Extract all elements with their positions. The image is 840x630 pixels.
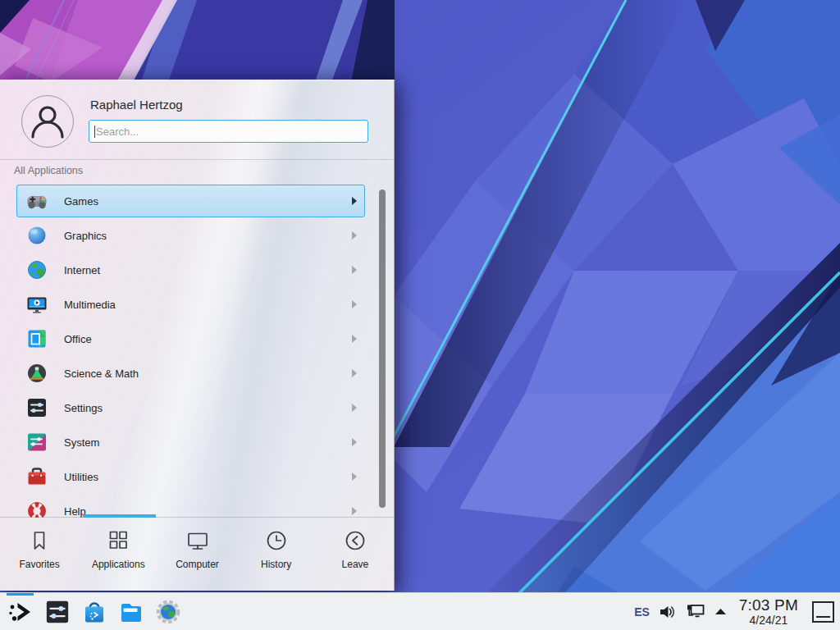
sliders-icon [25, 396, 48, 419]
user-icon [22, 96, 73, 147]
application-category-list: Games Graphics Internet [0, 184, 395, 518]
menu-item-utilities[interactable]: Utilities [0, 459, 395, 494]
submenu-arrow-icon [352, 300, 357, 308]
office-document-icon [25, 327, 48, 350]
software-center-button[interactable] [75, 593, 112, 630]
toolbox-icon [25, 465, 48, 488]
active-tab-indicator [83, 514, 156, 518]
menu-item-office[interactable]: Office [0, 322, 395, 356]
paint-sphere-icon [25, 224, 48, 247]
search-field [89, 120, 368, 143]
taskbar: ES [0, 592, 840, 630]
launcher-header: Raphael Hertzog [0, 80, 394, 159]
user-name: Raphael Hertzog [90, 98, 183, 112]
monitor-icon [185, 528, 210, 553]
submenu-arrow-icon [352, 472, 357, 481]
menu-item-internet[interactable]: Internet [0, 253, 395, 287]
shopping-bag-icon [81, 599, 107, 625]
digital-clock[interactable]: 7:03 PM 4/24/21 [739, 597, 798, 626]
menu-item-games[interactable]: Games [0, 184, 395, 218]
active-task-indicator [7, 593, 34, 596]
network-icon[interactable] [686, 604, 705, 620]
submenu-arrow-icon [352, 369, 357, 377]
keyboard-layout-indicator[interactable]: ES [634, 605, 650, 619]
volume-icon[interactable] [659, 604, 677, 620]
submenu-arrow-icon [352, 507, 357, 515]
expand-tray-arrow-icon[interactable] [714, 608, 727, 615]
tab-computer[interactable]: Computer [158, 518, 236, 591]
tab-history[interactable]: History [237, 518, 316, 591]
show-desktop-button[interactable] [812, 601, 834, 623]
file-manager-button[interactable] [112, 593, 149, 630]
clock-icon [264, 528, 289, 553]
globe-icon [25, 258, 48, 281]
media-screen-icon [25, 293, 48, 316]
clock-date: 4/24/21 [739, 614, 798, 626]
flask-icon [25, 362, 48, 385]
settings-sliders-icon [44, 599, 71, 625]
application-launcher-button[interactable] [2, 593, 39, 630]
system-sliders-icon [25, 431, 48, 454]
tab-leave[interactable]: Leave [316, 518, 395, 591]
menu-item-system[interactable]: System [0, 425, 395, 459]
clock-time: 7:03 PM [739, 597, 798, 613]
gamepad-icon [25, 189, 48, 212]
submenu-arrow-icon [352, 197, 357, 205]
submenu-arrow-icon [352, 266, 357, 274]
lifebuoy-icon [25, 500, 48, 518]
launcher-tab-bar: Favorites Applications Computer [0, 517, 395, 591]
kali-logo-icon [7, 598, 34, 626]
web-browser-button[interactable] [149, 593, 186, 630]
tab-favorites[interactable]: Favorites [0, 518, 79, 591]
submenu-arrow-icon [352, 404, 357, 412]
folder-icon [118, 599, 144, 625]
submenu-arrow-icon [352, 335, 357, 343]
text-caret [94, 126, 95, 138]
search-input[interactable] [89, 121, 368, 142]
menu-item-science-math[interactable]: Science & Math [0, 356, 395, 390]
tab-applications[interactable]: Applications [79, 518, 158, 591]
header-separator [0, 159, 394, 160]
user-avatar[interactable] [21, 95, 74, 148]
menu-item-help[interactable]: Help [0, 494, 395, 518]
desktop: Raphael Hertzog All Applications [0, 0, 840, 630]
globe-gear-icon [155, 599, 181, 625]
menu-item-graphics[interactable]: Graphics [0, 218, 395, 253]
submenu-arrow-icon [352, 231, 357, 240]
menu-item-multimedia[interactable]: Multimedia [0, 287, 395, 322]
system-tray: ES [634, 597, 840, 626]
grid-icon [106, 528, 130, 553]
bookmark-icon [27, 528, 52, 553]
application-launcher-menu: Raphael Hertzog All Applications [0, 80, 395, 591]
menu-scrollbar[interactable] [379, 189, 386, 508]
menu-item-settings[interactable]: Settings [0, 390, 395, 425]
leave-icon [343, 528, 368, 553]
system-settings-button[interactable] [39, 593, 75, 630]
submenu-arrow-icon [352, 438, 357, 446]
section-label: All Applications [14, 165, 83, 176]
